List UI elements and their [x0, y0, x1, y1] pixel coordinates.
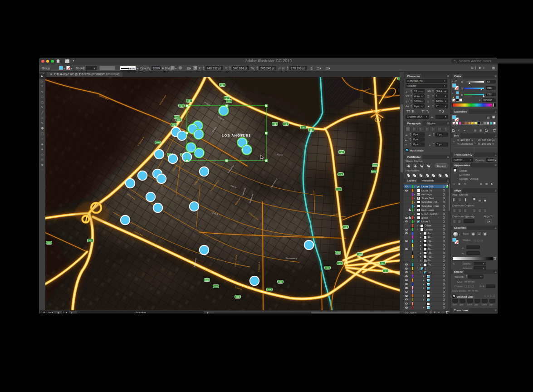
svg-text:16B: 16B — [336, 252, 340, 254]
svg-text:3B: 3B — [188, 100, 190, 102]
svg-text:S Alameda St: S Alameda St — [258, 261, 260, 272]
svg-text:N35B: N35B — [373, 164, 378, 167]
svg-text:1A: 1A — [326, 267, 328, 269]
svg-text:LOS ANGELES: LOS ANGELES — [222, 133, 251, 137]
svg-text:13A: 13A — [214, 285, 218, 288]
svg-text:136A: 136A — [372, 171, 377, 173]
svg-text:1B: 1B — [310, 129, 312, 131]
svg-text:1C: 1C — [337, 188, 340, 191]
svg-text:27B: 27B — [177, 119, 181, 121]
svg-text:2A: 2A — [302, 127, 304, 129]
svg-text:1A: 1A — [344, 226, 347, 228]
svg-text:14B: 14B — [205, 279, 209, 281]
svg-text:15B: 15B — [236, 296, 240, 298]
svg-text:27M: 27M — [156, 142, 160, 144]
svg-text:1B: 1B — [284, 123, 287, 125]
svg-text:500: 500 — [48, 242, 51, 244]
svg-text:16A: 16A — [268, 289, 271, 291]
svg-text:3A: 3A — [180, 105, 182, 107]
svg-text:134A: 134A — [357, 253, 362, 255]
svg-text:1B: 1B — [339, 173, 342, 176]
svg-text:2A: 2A — [221, 84, 223, 86]
svg-text:E 7th St: E 7th St — [249, 234, 256, 236]
svg-text:10: 10 — [339, 262, 341, 265]
svg-text:2C: 2C — [228, 100, 230, 103]
svg-text:27A: 27A — [172, 124, 176, 126]
svg-text:50: 50 — [341, 151, 343, 153]
svg-text:1B: 1B — [381, 262, 383, 265]
svg-text:32C: 32C — [88, 240, 92, 242]
svg-text:150: 150 — [279, 281, 283, 283]
svg-text:2A: 2A — [274, 123, 276, 125]
